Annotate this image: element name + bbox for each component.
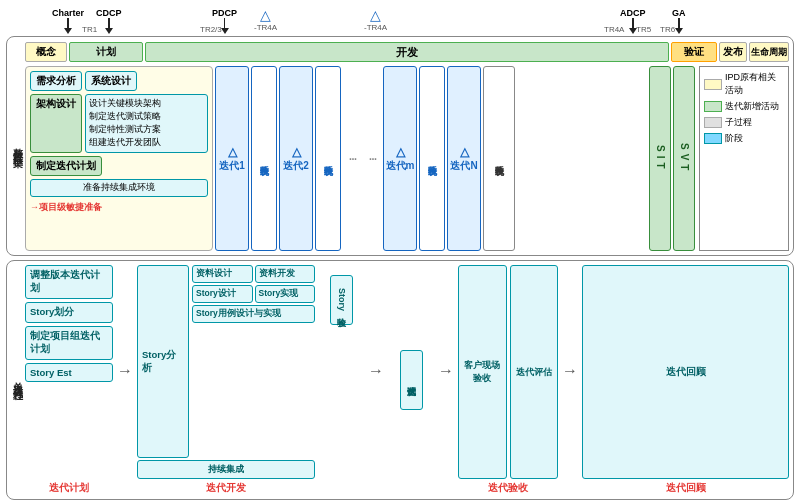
iter-dev-column: Story分析 资料设计 资料开发 Story设计 Story实现 Story用… bbox=[137, 265, 315, 495]
legend-item-3: 子过程 bbox=[704, 116, 784, 129]
top-section-label: 整体过程框架 bbox=[9, 41, 25, 251]
sys-design-box: 系统设计 bbox=[85, 71, 137, 91]
tr5-marker: TR5 bbox=[636, 22, 651, 34]
sys-accept-3: 系统验收 bbox=[419, 66, 445, 251]
dev-pair-1: 资料设计 资料开发 bbox=[192, 265, 315, 283]
story-design-box: Story设计 bbox=[192, 285, 253, 303]
iter-n-col: △ 迭代N bbox=[447, 66, 481, 251]
bottom-section: 单次迭代过程 调整版本迭代计划 Story划分 制定项目组迭代计划 Story … bbox=[6, 260, 794, 500]
sit-box: SIT bbox=[649, 66, 671, 251]
legend-box: IPD原有相关活动 迭代新增活动 子过程 阶段 bbox=[699, 66, 789, 251]
story-case-box: Story用例设计与实现 bbox=[192, 305, 315, 323]
ga-label: GA bbox=[672, 8, 686, 18]
tr23-label: TR2/3 bbox=[200, 25, 222, 34]
dev-main-row: Story分析 资料设计 资料开发 Story设计 Story实现 Story用… bbox=[137, 265, 315, 458]
story-impl-box: Story实现 bbox=[255, 285, 316, 303]
tr4a-mid: △ -TR4A bbox=[364, 7, 387, 32]
tr1-label: TR1 bbox=[82, 25, 97, 34]
story-verify-area: Story验收 bbox=[318, 265, 364, 495]
top-section: Charter CDCP TR1 PDCP TR2/3 bbox=[6, 4, 794, 256]
iter-verify-phase-label: 迭代验收 bbox=[458, 481, 558, 495]
iter-2-col: △ 迭代2 bbox=[279, 66, 313, 251]
design-item-1: 设计关键模块架构 bbox=[89, 98, 204, 110]
phase-develop: 开发 bbox=[145, 42, 669, 62]
sys-accept-2: 系统验收 bbox=[315, 66, 341, 251]
iter-1-col: △ 迭代1 bbox=[215, 66, 249, 251]
legend-item-2: 迭代新增活动 bbox=[704, 100, 784, 113]
legend-label-1: IPD原有相关活动 bbox=[725, 71, 784, 97]
team-plan-box: 制定项目组迭代计划 bbox=[25, 326, 113, 360]
dev-pair-2: Story设计 Story实现 bbox=[192, 285, 315, 303]
req-analysis-box: 需求分析 bbox=[30, 71, 82, 91]
tr23-marker: TR2/3 bbox=[200, 22, 222, 34]
ipd-diagram: 整体过程框架 概念 计划 开发 验证 发布 生命周期 需 bbox=[6, 36, 794, 256]
svt-box: SVT bbox=[673, 66, 695, 251]
story-split-box: Story划分 bbox=[25, 302, 113, 323]
content-row: 需求分析 系统设计 架构设计 设计关键模块架构 制定迭代测试策略 制定特性测试方… bbox=[25, 66, 789, 251]
story-est-box: Story Est bbox=[25, 363, 113, 382]
charter-gate: Charter bbox=[52, 8, 84, 34]
tr1-marker: TR1 bbox=[82, 25, 97, 34]
iter-return-column: 迭代回顾 迭代回顾 bbox=[582, 265, 789, 495]
iter-process-flow: 调整版本迭代计划 Story划分 制定项目组迭代计划 Story Est 迭代计… bbox=[25, 265, 789, 495]
legend-label-4: 阶段 bbox=[725, 132, 743, 145]
iter-2-label: 迭代2 bbox=[283, 159, 309, 173]
cdcp-gate: CDCP bbox=[96, 8, 122, 34]
material-design-box: 资料设计 bbox=[192, 265, 253, 283]
phase-lifecycle: 生命周期 bbox=[749, 42, 789, 62]
tr4-marker: TR4A bbox=[604, 22, 624, 34]
arrow-1: → bbox=[116, 265, 134, 477]
verify-boxes: 客户现场验收 迭代评估 bbox=[458, 265, 558, 479]
sit-svt-area: SIT SVT bbox=[649, 66, 695, 251]
top-activity-row: 需求分析 系统设计 bbox=[30, 71, 208, 91]
phase-concept: 概念 bbox=[25, 42, 67, 62]
material-dev-box: 资料开发 bbox=[255, 265, 316, 283]
dots-1: ··· bbox=[343, 66, 361, 251]
left-activities-box: 需求分析 系统设计 架构设计 设计关键模块架构 制定迭代测试策略 制定特性测试方… bbox=[25, 66, 213, 251]
iter-m-label: 迭代m bbox=[386, 159, 415, 173]
iterations-area: △ 迭代1 系统验收 △ 迭代2 系统验收 ··· bbox=[215, 66, 647, 251]
prepare-box: 准备持续集成环境 bbox=[30, 179, 208, 197]
arrow-4: → bbox=[561, 265, 579, 477]
iter-plan-column: 调整版本迭代计划 Story划分 制定项目组迭代计划 Story Est 迭代计… bbox=[25, 265, 113, 495]
legend-label-2: 迭代新增活动 bbox=[725, 100, 779, 113]
design-item-2: 制定迭代测试策略 bbox=[89, 111, 204, 123]
iter-1-label: 迭代1 bbox=[219, 159, 245, 173]
legend-item-1: IPD原有相关活动 bbox=[704, 71, 784, 97]
iter-verify-column: 客户现场验收 迭代评估 迭代验收 bbox=[458, 265, 558, 495]
ipd-inner: 概念 计划 开发 验证 发布 生命周期 需求分析 系统设计 bbox=[25, 41, 789, 251]
design-item-3: 制定特性测试方案 bbox=[89, 124, 204, 136]
iter-test-box: 迭代测试 bbox=[400, 350, 423, 410]
dots-2: ··· bbox=[363, 66, 381, 251]
bottom-section-label: 单次迭代过程 bbox=[9, 265, 25, 495]
legend-label-3: 子过程 bbox=[725, 116, 752, 129]
customer-verify-box: 客户现场验收 bbox=[458, 265, 507, 479]
design-item-4: 组建迭代开发团队 bbox=[89, 137, 204, 149]
agile-prep-label: →项目级敏捷准备 bbox=[30, 201, 208, 214]
charter-label: Charter bbox=[52, 8, 84, 18]
dev-items-col: 资料设计 资料开发 Story设计 Story实现 Story用例设计与实现 bbox=[192, 265, 315, 458]
sys-accept-final: 系统验收 bbox=[483, 66, 515, 251]
iter-return-phase-label: 迭代回顾 bbox=[582, 481, 789, 495]
iter-eval-box: 迭代评估 bbox=[510, 265, 559, 479]
second-row: 架构设计 设计关键模块架构 制定迭代测试策略 制定特性测试方案 组建迭代开发团队 bbox=[30, 94, 208, 153]
tr4a-left: △ -TR4A bbox=[254, 7, 277, 32]
iter-m-col: △ 迭代m bbox=[383, 66, 417, 251]
iter-n-label: 迭代N bbox=[450, 159, 477, 173]
phase-verify: 验证 bbox=[671, 42, 717, 62]
tr6-marker: TR6 bbox=[660, 22, 675, 34]
adcp-label: ADCP bbox=[620, 8, 646, 18]
main-container: Charter CDCP TR1 PDCP TR2/3 bbox=[0, 0, 800, 504]
pdcp-label: PDCP bbox=[212, 8, 237, 18]
arrow-3: → bbox=[437, 265, 455, 477]
story-verify-box: Story验收 bbox=[330, 275, 353, 325]
legend-item-4: 阶段 bbox=[704, 132, 784, 145]
arch-design-box: 架构设计 bbox=[30, 94, 82, 153]
phases-row: 概念 计划 开发 验证 发布 生命周期 bbox=[25, 41, 789, 63]
iter-test-column: 迭代测试 bbox=[388, 265, 434, 495]
iter-plan-phase-label: 迭代计划 bbox=[25, 481, 113, 495]
adjust-plan-box: 调整版本迭代计划 bbox=[25, 265, 113, 299]
phase-plan: 计划 bbox=[69, 42, 143, 62]
iter-return-box: 迭代回顾 bbox=[582, 265, 789, 479]
milestone-row: Charter CDCP TR1 PDCP TR2/3 bbox=[34, 4, 794, 34]
